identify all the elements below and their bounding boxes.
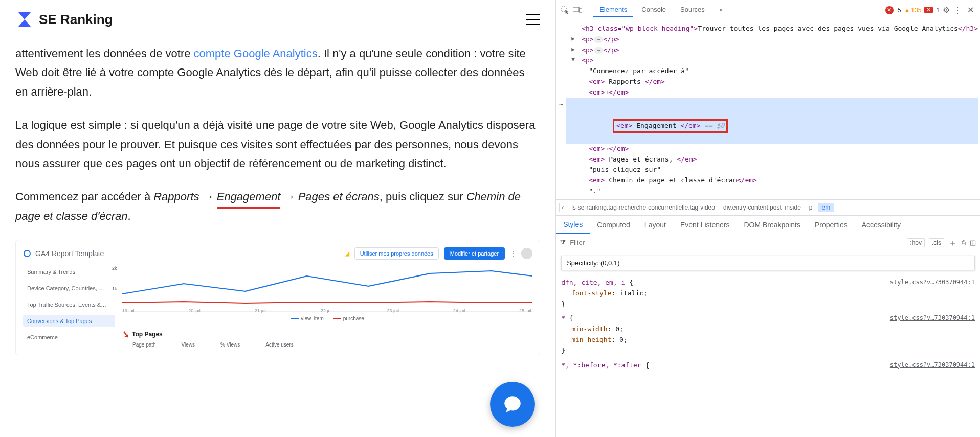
ga4-side-item[interactable]: eCommerce [23,331,115,343]
tab-accessibility[interactable]: Accessibility [855,216,908,234]
ga4-sidebar: Summary & Trends Device Category, Countr… [23,266,115,348]
cls-toggle[interactable]: .cls [929,238,944,247]
ga4-logo-icon [23,249,31,258]
top-pages-heading: ➘ Top Pages [122,329,532,340]
css-source-link[interactable]: style.css?v…730370944:1 [890,313,975,323]
kebab-icon[interactable]: ⋮ [953,5,962,16]
bc-selected[interactable]: em [818,203,835,212]
table-header: Page pathViews% ViewsActive users [122,342,532,348]
ga4-side-item[interactable]: Top Traffic Sources, Events &… [23,298,115,311]
tab-console[interactable]: Console [635,3,672,17]
styles-rules[interactable]: style.css?v…730370944:1 dfn, cite, em, i… [556,274,980,374]
brand-name: SE Ranking [39,12,113,28]
tab-layout[interactable]: Layout [637,216,673,234]
devtools-panel: Elements Console Sources » ✕5 ▲135 ✕1 ⚙ … [556,0,980,437]
em-rapports: Rapports [153,190,199,203]
spark-icon: ◢ [345,250,349,257]
tab-sources[interactable]: Sources [674,3,711,17]
arrow-annotation-icon: ➘ [121,328,131,340]
css-source-link[interactable]: style.css?v…730370944:1 [890,360,975,370]
em-engagement: Engagement [217,187,281,206]
tab-event-listeners[interactable]: Event Listeners [673,216,737,234]
hov-toggle[interactable]: :hov [907,238,925,247]
sidebar-toggle-icon[interactable]: ◫ [970,239,976,246]
tab-more[interactable]: » [713,3,729,17]
error-badge-icon[interactable]: ✕ [885,6,894,14]
print-icon[interactable]: ⎙ [962,239,966,246]
ga-link[interactable]: compte Google Analytics [194,47,318,60]
svg-point-0 [24,250,30,257]
page-content: SE Ranking attentivement les données de … [0,0,556,437]
settings-icon[interactable]: ⚙ [943,5,950,15]
bc-scroll-left[interactable]: ‹ [559,203,566,212]
chat-fab[interactable] [490,382,535,427]
svg-rect-2 [573,7,579,12]
paragraph: La logique est simple : si quelqu'un a d… [15,116,540,173]
ga4-side-item-active[interactable]: Conversions & Top Pages [23,315,115,327]
more-icon[interactable]: ⋮ [510,250,516,257]
dom-breadcrumb[interactable]: ‹ ls-se-ranking.tag-recherche-concurrent… [556,199,980,216]
styles-tabbar: Styles Computed Layout Event Listeners D… [556,216,980,234]
css-source-link[interactable]: style.css?v…730370944:1 [890,278,975,287]
issue-badge-icon[interactable]: ✕ [924,7,933,13]
paragraph-steps: Commencez par accéder à Rapports → Engag… [15,187,540,225]
selected-dom-node[interactable]: ⋯ <em> Engagement </em> == $0 [566,98,978,144]
ga4-side-item[interactable]: Summary & Trends [23,266,115,278]
tab-styles[interactable]: Styles [556,216,590,234]
filter-icon: ⧩ [560,239,566,247]
avatar-icon[interactable] [521,248,532,259]
inspect-icon[interactable] [560,5,570,15]
edit-share-button[interactable]: Modifier et partager [444,247,505,260]
ga4-legend: view_item purchase [122,316,532,321]
paragraph: attentivement les données de votre compt… [15,44,540,101]
tab-elements[interactable]: Elements [593,3,633,17]
add-rule-icon[interactable]: ＋ [948,237,957,249]
dom-tree[interactable]: <h3 class="wp-block-heading">Trouver tou… [556,20,980,199]
menu-icon[interactable] [526,14,540,25]
specificity-tooltip: Specificity: (0,0,1) [561,256,975,270]
ga4-title: GA4 Report Template [23,249,104,258]
use-own-data-button[interactable]: Utiliser mes propres données [354,247,439,260]
device-toggle-icon[interactable] [572,5,583,15]
brand-logo[interactable]: SE Ranking [15,10,113,29]
styles-filter-row: ⧩ :hov .cls ＋ ⎙ ◫ [556,234,980,251]
ga4-report-card: GA4 Report Template ◢ Utiliser mes propr… [15,240,540,355]
styles-filter-input[interactable] [570,239,903,246]
article-body: attentivement les données de votre compt… [0,44,555,225]
ga4-chart: 2k 1k 19 juil.20 juil.21 juil.22 juil.23… [122,266,532,312]
chat-icon [502,394,523,415]
em-pages-ecrans: Pages et écrans [298,190,380,203]
close-icon[interactable]: ✕ [965,5,976,15]
svg-rect-3 [580,8,582,13]
ga4-side-item[interactable]: Device Category, Countries, … [23,282,115,294]
warning-badge-icon[interactable]: ▲135 [904,7,921,14]
devtools-toolbar: Elements Console Sources » ✕5 ▲135 ✕1 ⚙ … [556,0,980,20]
tab-computed[interactable]: Computed [590,216,637,234]
tab-properties[interactable]: Properties [808,216,855,234]
site-header: SE Ranking [0,0,555,44]
tab-dom-breakpoints[interactable]: DOM Breakpoints [737,216,807,234]
logo-icon [15,10,34,29]
